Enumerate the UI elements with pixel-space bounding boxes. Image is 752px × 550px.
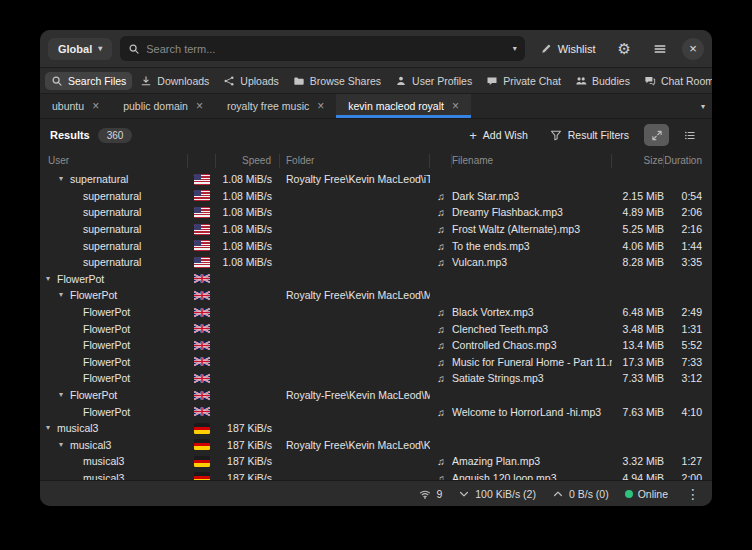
expand-arrows-icon <box>651 129 663 141</box>
file-duration: 5:52 <box>664 339 712 351</box>
file-name: Welcome to HorrorLand -hi.mp3 <box>452 406 612 418</box>
result-file-row[interactable]: FlowerPot♫Satiate Strings.mp37.33 MiB3:1… <box>40 370 712 387</box>
file-duration: 1:27 <box>664 455 712 467</box>
search-scope-button[interactable]: Global ▾ <box>48 38 112 60</box>
close-tab-icon[interactable]: × <box>452 100 459 112</box>
menu-button[interactable] <box>646 37 674 61</box>
column-header-filetype[interactable] <box>430 154 452 168</box>
column-header-user[interactable]: User <box>40 154 188 168</box>
pencil-icon <box>540 43 552 55</box>
result-file-row[interactable]: supernatural1.08 MiB/s♫Frost Waltz (Alte… <box>40 221 712 238</box>
result-folder-row[interactable]: ▾FlowerPotRoyalty Free\Kevin MacLeod\Mus… <box>40 287 712 304</box>
flag-us-icon <box>194 190 210 201</box>
results-rows: ▾supernatural1.08 MiB/sRoyalty Free\Kevi… <box>40 171 712 480</box>
tab-overflow-dropdown-icon[interactable]: ▾ <box>701 94 705 118</box>
search-input-container[interactable]: ▾ <box>120 36 524 61</box>
add-wish-label: Add Wish <box>483 129 528 141</box>
column-header-size[interactable]: Size <box>612 154 664 168</box>
flag-us-icon <box>194 240 210 251</box>
close-tab-icon[interactable]: × <box>196 100 203 112</box>
preferences-button[interactable]: ⚙ <box>611 36 638 61</box>
user-name: musical3 <box>83 472 124 480</box>
result-folder-row[interactable]: ▾supernatural1.08 MiB/sRoyalty Free\Kevi… <box>40 171 712 188</box>
share-icon <box>223 75 235 87</box>
add-wish-button[interactable]: + Add Wish <box>462 125 535 146</box>
result-file-row[interactable]: supernatural1.08 MiB/s♫Dark Star.mp32.15… <box>40 188 712 205</box>
results-label: Results <box>50 129 90 141</box>
connection-count: 9 <box>436 488 442 500</box>
download-status[interactable]: 100 KiB/s (2) <box>458 488 536 500</box>
file-duration: 2:00 <box>664 472 712 480</box>
file-duration: 2:16 <box>664 223 712 235</box>
expander-icon[interactable]: ▾ <box>59 391 70 399</box>
tab-buddies[interactable]: Buddies <box>569 72 636 90</box>
connection-status[interactable]: 9 <box>419 488 442 500</box>
result-user-row[interactable]: ▾FlowerPot <box>40 271 712 288</box>
search-tab-royalty-free-music[interactable]: royalty free music× <box>215 94 336 118</box>
list-view-toggle[interactable] <box>677 124 702 146</box>
close-button[interactable]: × <box>682 38 704 60</box>
tab-chat-rooms[interactable]: Chat Rooms <box>638 72 712 90</box>
result-user-row[interactable]: ▾musical3187 KiB/s <box>40 420 712 437</box>
wishlist-button[interactable]: Wishlist <box>533 38 603 60</box>
flag-us-icon <box>194 257 210 268</box>
result-file-row[interactable]: FlowerPot♫Clenched Teeth.mp33.48 MiB1:31 <box>40 320 712 337</box>
online-status[interactable]: Online <box>625 488 668 500</box>
column-header-folder[interactable]: Folder <box>280 154 430 168</box>
flag-gb-icon <box>194 373 210 384</box>
upload-status[interactable]: 0 B/s (0) <box>552 488 609 500</box>
column-header-speed[interactable]: Speed <box>216 154 280 168</box>
search-history-dropdown-icon[interactable]: ▾ <box>513 44 517 53</box>
close-tab-icon[interactable]: × <box>92 100 99 112</box>
result-filters-button[interactable]: Result Filters <box>543 125 636 145</box>
result-file-row[interactable]: musical3187 KiB/s♫Amazing Plan.mp33.32 M… <box>40 453 712 470</box>
tab-user-profiles[interactable]: User Profiles <box>389 72 478 90</box>
speed-value: 187 KiB/s <box>216 455 280 467</box>
expander-icon[interactable]: ▾ <box>59 441 70 449</box>
expander-icon[interactable]: ▾ <box>59 175 70 183</box>
folder-path: Royalty Free\Kevin MacLeod\iTunes <box>280 173 430 185</box>
tab-browse-shares[interactable]: Browse Shares <box>287 72 387 90</box>
search-tab-ubuntu[interactable]: ubuntu× <box>40 94 111 118</box>
file-size: 4.89 MiB <box>612 206 664 218</box>
music-note-icon: ♫ <box>437 456 445 467</box>
file-name: To the ends.mp3 <box>452 240 612 252</box>
search-input[interactable] <box>146 43 506 55</box>
result-file-row[interactable]: supernatural1.08 MiB/s♫Dreamy Flashback.… <box>40 204 712 221</box>
tab-label: Private Chat <box>503 75 561 87</box>
result-folder-row[interactable]: ▾musical3187 KiB/sRoyalty Free\Kevin Mac… <box>40 437 712 454</box>
search-tab-kevin-macleod-royalt[interactable]: kevin macleod royalt× <box>336 94 471 118</box>
expand-collapse-toggle[interactable] <box>644 124 669 146</box>
status-menu-button[interactable]: ⋮ <box>684 486 702 502</box>
close-tab-icon[interactable]: × <box>317 100 324 112</box>
result-folder-row[interactable]: ▾FlowerPotRoyalty-Free\Kevin MacLeod\Mus… <box>40 387 712 404</box>
search-tab-public-domain[interactable]: public domain× <box>111 94 215 118</box>
table-header: User Speed Folder Filename Size Duration <box>40 151 712 171</box>
result-file-row[interactable]: supernatural1.08 MiB/s♫Vulcan.mp38.28 Mi… <box>40 254 712 271</box>
wishlist-label: Wishlist <box>558 43 596 55</box>
column-header-country[interactable] <box>188 154 216 168</box>
expander-icon[interactable]: ▾ <box>46 275 57 283</box>
result-file-row[interactable]: supernatural1.08 MiB/s♫To the ends.mp34.… <box>40 237 712 254</box>
result-file-row[interactable]: FlowerPot♫Controlled Chaos.mp313.4 MiB5:… <box>40 337 712 354</box>
tab-downloads[interactable]: Downloads <box>134 72 215 90</box>
user-name: supernatural <box>83 223 141 235</box>
music-note-icon: ♫ <box>437 307 445 318</box>
result-file-row[interactable]: FlowerPot♫Music for Funeral Home - Part … <box>40 354 712 371</box>
list-view-icon <box>684 129 696 141</box>
user-name: FlowerPot <box>83 323 130 335</box>
column-header-filename[interactable]: Filename <box>452 154 612 168</box>
tab-label: Buddies <box>592 75 630 87</box>
column-header-duration[interactable]: Duration <box>664 154 712 168</box>
result-file-row[interactable]: FlowerPot♫Black Vortex.mp36.48 MiB2:49 <box>40 304 712 321</box>
tab-uploads[interactable]: Uploads <box>217 72 285 90</box>
result-file-row[interactable]: FlowerPot♫Welcome to HorrorLand -hi.mp37… <box>40 403 712 420</box>
tab-search-files[interactable]: Search Files <box>45 72 132 90</box>
expander-icon[interactable]: ▾ <box>46 424 57 432</box>
chevron-down-icon <box>458 488 470 500</box>
tab-private-chat[interactable]: Private Chat <box>480 72 567 90</box>
expander-icon[interactable]: ▾ <box>59 291 70 299</box>
file-duration: 3:35 <box>664 256 712 268</box>
result-file-row[interactable]: musical3187 KiB/s♫Anguish 120 loop.mp34.… <box>40 470 712 480</box>
online-status-label: Online <box>638 488 668 500</box>
